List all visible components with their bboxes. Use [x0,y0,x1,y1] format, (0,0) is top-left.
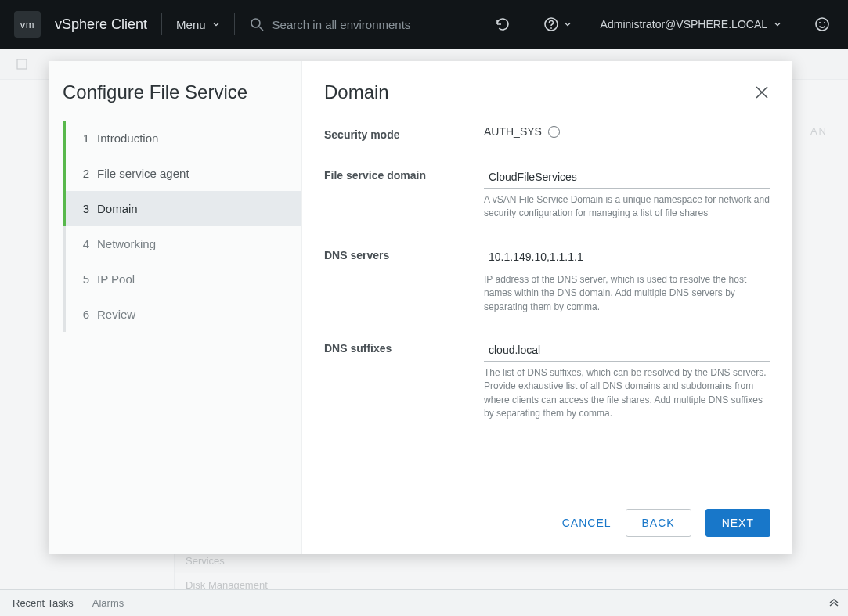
vmware-logo: vm [14,11,41,38]
step-introduction[interactable]: 1 Introduction [63,121,301,156]
chevron-down-icon [212,20,220,28]
step-review[interactable]: 6 Review [63,297,301,332]
menu-label: Menu [176,18,206,31]
step-number: 4 [78,237,89,250]
domain-form: Security mode AUTH_SYS i File service do… [302,117,792,495]
dns-servers-input[interactable] [484,246,770,268]
alarms-tab[interactable]: Alarms [92,597,124,609]
svg-point-3 [550,27,552,29]
file-service-domain-input[interactable] [484,166,770,189]
wizard-content-panel: Domain Security mode AUTH_SYS i File ser… [302,61,792,554]
svg-line-1 [259,27,263,31]
refresh-button[interactable] [491,13,514,36]
refresh-icon [495,16,511,32]
step-label: Domain [97,202,138,215]
security-mode-text: AUTH_SYS [484,125,542,138]
row-file-service-domain: File service domain A vSAN File Service … [324,158,770,238]
row-dns-servers: DNS servers IP address of the DNS server… [324,238,770,331]
cancel-button[interactable]: CANCEL [562,517,612,529]
step-number: 6 [78,308,89,321]
help-icon [543,16,559,32]
label-dns-servers: DNS servers [324,246,465,261]
info-icon[interactable]: i [548,126,560,138]
chevron-down-icon [774,20,781,28]
help-dns-servers: IP address of the DNS server, which is u… [484,268,770,314]
wizard-panel-header: Domain [302,61,792,117]
label-dns-suffixes: DNS suffixes [324,339,465,355]
search-icon [249,16,265,32]
step-number: 5 [78,272,89,286]
recent-tasks-tab[interactable]: Recent Tasks [13,597,74,609]
feedback-button[interactable] [810,13,834,36]
product-name: vSphere Client [55,16,147,33]
svg-point-6 [824,22,825,23]
user-label: Administrator@VSPHERE.LOCAL [601,18,767,31]
wizard-steps-panel: Configure File Service 1 Introduction 2 … [49,61,302,554]
svg-point-5 [819,22,821,23]
divider [529,13,529,35]
step-label: Introduction [97,131,158,145]
step-file-service-agent[interactable]: 2 File service agent [63,156,301,191]
divider [796,13,796,35]
wizard-title: Configure File Service [49,81,301,121]
step-label: Review [97,308,135,321]
step-label: File service agent [97,167,189,180]
next-button[interactable]: NEXT [705,509,770,537]
close-icon[interactable] [753,84,770,101]
help-dns-suffixes: The list of DNS suffixes, which can be r… [484,362,770,421]
dns-suffixes-input[interactable] [484,339,770,362]
divider [161,13,162,35]
step-ip-pool[interactable]: 5 IP Pool [63,261,301,297]
divider [234,13,235,35]
row-dns-suffixes: DNS suffixes The list of DNS suffixes, w… [324,331,770,438]
expand-bottom-panel[interactable] [828,595,840,607]
divider [586,13,586,35]
smiley-icon [814,16,830,32]
wizard-steps: 1 Introduction 2 File service agent 3 Do… [63,121,301,332]
top-bar: vm vSphere Client Menu Search in all env… [0,0,848,49]
panel-title: Domain [324,81,389,103]
label-security-mode: Security mode [324,125,465,141]
step-number: 2 [78,167,89,180]
configure-file-service-dialog: Configure File Service 1 Introduction 2 … [49,61,792,554]
step-number: 3 [78,202,89,215]
step-label: IP Pool [97,272,135,286]
svg-point-4 [816,18,828,31]
chevron-down-icon [564,20,572,28]
bottom-bar: Recent Tasks Alarms [0,589,848,616]
global-search[interactable]: Search in all environments [249,16,411,32]
step-networking[interactable]: 4 Networking [63,226,301,261]
svg-point-0 [251,19,260,27]
step-label: Networking [97,237,156,250]
step-number: 1 [78,131,89,145]
search-placeholder: Search in all environments [272,18,411,31]
menu-dropdown[interactable]: Menu [176,18,220,31]
help-file-service-domain: A vSAN File Service Domain is a unique n… [484,189,770,221]
row-security-mode: Security mode AUTH_SYS i [324,117,770,158]
value-security-mode: AUTH_SYS i [484,125,770,138]
help-dropdown[interactable] [543,16,572,32]
chevron-double-up-icon [828,595,840,607]
user-dropdown[interactable]: Administrator@VSPHERE.LOCAL [601,18,781,31]
wizard-footer: CANCEL BACK NEXT [302,495,792,554]
label-file-service-domain: File service domain [324,166,465,182]
back-button[interactable]: BACK [626,509,691,537]
step-domain[interactable]: 3 Domain [63,191,301,226]
